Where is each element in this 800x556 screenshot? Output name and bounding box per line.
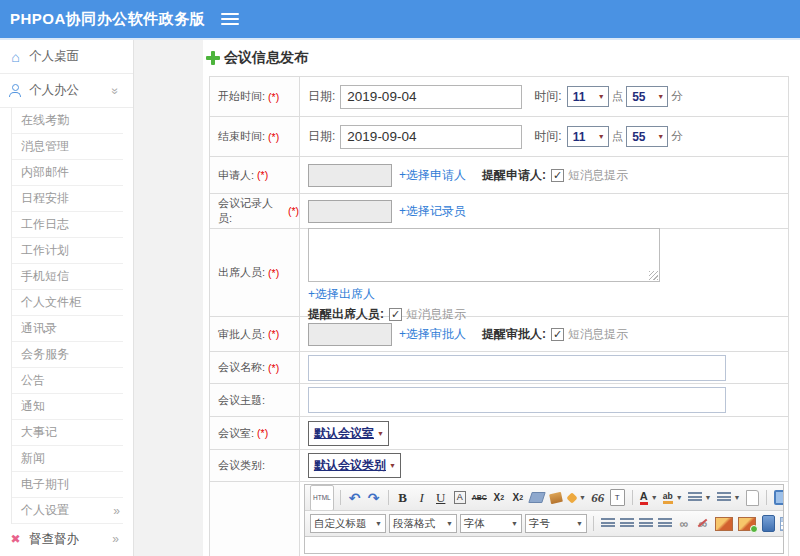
sidebar-item-office[interactable]: 个人办公 » xyxy=(0,74,133,108)
bold-button[interactable]: B xyxy=(395,488,411,508)
align-left-button[interactable] xyxy=(600,514,616,534)
underline-button[interactable]: U xyxy=(433,488,449,508)
meeting-room-select[interactable]: 默认会议室 ▼ xyxy=(308,421,389,446)
font-border-button[interactable]: A xyxy=(452,488,468,508)
hour-unit: 点 xyxy=(612,89,624,104)
end-hour-select[interactable]: 11▼ xyxy=(567,126,609,147)
insert-table-button[interactable] xyxy=(779,514,783,534)
form-row-meeting-topic: 会议主题: xyxy=(210,384,788,417)
sidebar-item-file-cabinet[interactable]: 个人文件柜 xyxy=(12,290,123,316)
select-arrow-icon: ▼ xyxy=(598,93,605,100)
align-right-button[interactable] xyxy=(638,514,654,534)
autotypeset-button[interactable]: ▼ xyxy=(567,488,587,508)
unordered-list-button[interactable]: ▼ xyxy=(716,488,742,508)
end-minute-select[interactable]: 55▼ xyxy=(626,126,668,147)
image-button[interactable] xyxy=(714,514,734,534)
form-row-content-editor: HTML ↶ ↷ B I U A ABC X2 X2 ▼ xyxy=(210,482,788,556)
sidebar-item-notice[interactable]: 通知 xyxy=(12,394,123,420)
form-row-meeting-room: 会议室:(*) 默认会议室 ▼ xyxy=(210,417,788,450)
meeting-topic-input[interactable] xyxy=(308,387,726,413)
sidebar-item-personal-settings[interactable]: 个人设置 » xyxy=(12,498,123,524)
sidebar-item-announcement[interactable]: 公告 xyxy=(12,368,123,394)
undo-button[interactable]: ↶ xyxy=(347,488,363,508)
html-source-button[interactable]: HTML xyxy=(310,485,334,511)
applicant-input[interactable] xyxy=(308,164,392,187)
font-family-select[interactable]: 字体▼ xyxy=(460,514,522,533)
sidebar-item-internal-mail[interactable]: 内部邮件 xyxy=(12,160,123,186)
sidebar-item-desktop[interactable]: ⌂ 个人桌面 xyxy=(0,40,133,74)
start-hour-select[interactable]: 11▼ xyxy=(567,86,609,107)
add-icon xyxy=(206,51,220,65)
required-mark: (*) xyxy=(257,169,268,181)
sidebar-item-contacts[interactable]: 通讯录 xyxy=(12,316,123,342)
sidebar-item-events[interactable]: 大事记 xyxy=(12,420,123,446)
sidebar-item-messages[interactable]: 消息管理 xyxy=(12,134,123,160)
start-date-input[interactable] xyxy=(340,85,522,109)
choose-attendee-link[interactable]: +选择出席人 xyxy=(308,286,375,303)
blockquote-button[interactable]: 66 xyxy=(590,488,606,508)
subscript-button[interactable]: X2 xyxy=(510,488,526,508)
ordered-list-button[interactable]: ▼ xyxy=(687,488,713,508)
sms-remind-checkbox[interactable]: ✓ xyxy=(551,169,564,182)
paragraph-format-select[interactable]: 段落格式▼ xyxy=(389,514,457,533)
sidebar-item-supervision[interactable]: ✖ 督查督办 » xyxy=(0,524,133,554)
page-title: 会议信息发布 xyxy=(203,40,800,76)
chevron-right-icon: » xyxy=(113,504,120,518)
sms-remind-checkbox[interactable]: ✓ xyxy=(551,328,564,341)
sidebar-item-sms[interactable]: 手机短信 xyxy=(12,264,123,290)
sidebar-item-attendance[interactable]: 在线考勤 xyxy=(12,108,123,134)
sidebar-item-meeting-service[interactable]: 会务服务 xyxy=(12,342,123,368)
meeting-category-select[interactable]: 默认会议类别 ▼ xyxy=(308,453,401,478)
italic-button[interactable]: I xyxy=(414,488,430,508)
form-row-attendees: 出席人员:(*) +选择出席人 提醒出席人员: ✓ 短消息提示 xyxy=(210,229,788,317)
date-label: 日期: xyxy=(308,88,335,105)
insert-image-button[interactable] xyxy=(737,514,757,534)
recorder-input[interactable] xyxy=(308,200,392,223)
sidebar-item-work-plan[interactable]: 工作计划 xyxy=(12,238,123,264)
align-justify-button[interactable] xyxy=(657,514,673,534)
superscript-button[interactable]: X2 xyxy=(491,488,507,508)
format-brush-icon[interactable] xyxy=(548,488,564,508)
field-label: 开始时间: xyxy=(218,89,265,104)
editor-content-area[interactable] xyxy=(305,537,783,553)
new-page-button[interactable] xyxy=(744,488,760,508)
sidebar-item-schedule[interactable]: 日程安排 xyxy=(12,186,123,212)
sidebar-item-ejournal[interactable]: 电子期刊 xyxy=(12,472,123,498)
sidebar-item-label: 个人办公 xyxy=(29,82,79,99)
approver-input[interactable] xyxy=(308,323,392,346)
insert-link-button[interactable]: ∞ xyxy=(676,514,692,534)
preview-button[interactable] xyxy=(773,488,783,508)
heading-select[interactable]: 自定义标题▼ xyxy=(310,514,386,533)
choose-approver-link[interactable]: +选择审批人 xyxy=(399,326,466,343)
eraser-icon[interactable] xyxy=(529,488,545,508)
font-size-select[interactable]: 字号▼ xyxy=(525,514,587,533)
remove-link-button[interactable]: ∞ xyxy=(695,514,711,534)
toolbar-separator xyxy=(593,516,594,531)
align-center-button[interactable] xyxy=(619,514,635,534)
sidebar-item-work-log[interactable]: 工作日志 xyxy=(12,212,123,238)
strikethrough-button[interactable]: ABC xyxy=(471,488,488,508)
redo-button[interactable]: ↷ xyxy=(366,488,382,508)
attendees-textarea[interactable] xyxy=(308,228,660,282)
sms-remind-label: 短消息提示 xyxy=(568,167,628,184)
minute-unit: 分 xyxy=(671,129,683,144)
choose-recorder-link[interactable]: +选择记录员 xyxy=(399,203,466,220)
sidebar-item-news[interactable]: 新闻 xyxy=(12,446,123,472)
media-button[interactable] xyxy=(760,514,776,534)
field-label: 会议记录人员: xyxy=(218,196,285,226)
menu-toggle-icon[interactable] xyxy=(221,10,239,28)
end-date-input[interactable] xyxy=(340,125,522,149)
home-icon: ⌂ xyxy=(8,49,23,65)
meeting-name-input[interactable] xyxy=(308,355,726,381)
start-minute-select[interactable]: 55▼ xyxy=(626,86,668,107)
required-mark: (*) xyxy=(268,131,279,143)
highlight-color-button[interactable]: ab▼ xyxy=(662,488,684,508)
app-header: PHPOA协同办公软件政务版 xyxy=(0,0,800,40)
font-color-button[interactable]: A▼ xyxy=(639,488,659,508)
choose-applicant-link[interactable]: +选择申请人 xyxy=(399,167,466,184)
paste-text-button[interactable]: T xyxy=(609,488,626,508)
resize-handle-icon[interactable] xyxy=(649,271,658,280)
form-row-approver: 审批人员:(*) +选择审批人 提醒审批人: ✓ 短消息提示 xyxy=(210,317,788,352)
form-row-meeting-category: 会议类别: 默认会议类别 ▼ xyxy=(210,450,788,482)
check-icon: ✓ xyxy=(553,170,562,181)
